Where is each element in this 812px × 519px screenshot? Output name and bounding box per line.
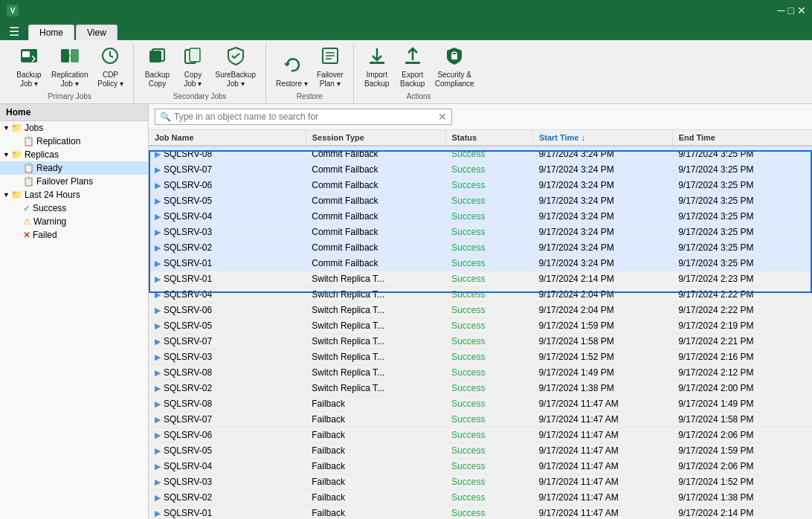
table-row[interactable]: ▶ SQLSRV-02 Failback Success 9/17/2024 1… [149,490,812,506]
tree-label: Last 24 Hours [25,190,80,200]
sidebar-item-last-24-hours[interactable]: ▼📁Last 24 Hours [0,188,148,202]
table-row[interactable]: ▶ SQLSRV-05 Failback Success 9/17/2024 1… [149,443,812,459]
cell-job-name: ▶ SQLSRV-01 [149,271,297,286]
row-icon: ▶ [155,274,161,284]
search-icon: 🔍 [160,112,171,122]
col-job-name[interactable]: Job Name [149,130,306,146]
svg-rect-17 [451,54,457,59]
actions-buttons: ImportBackup ExportBackup Security &Comp… [360,43,478,91]
cell-job-name: ▶ SQLSRV-04 [149,459,297,474]
table-row[interactable]: ▶ SQLSRV-01 Failback Success 9/17/2024 1… [149,506,812,520]
cell-job-name: ▶ SQLSRV-01 [149,256,297,271]
tree-arrow[interactable]: ▼ [3,124,10,132]
copy-job-button[interactable]: CopyJob ▾ [175,43,210,91]
security-compliance-icon [444,45,465,69]
sidebar-item-replication[interactable]: 📋Replication [0,135,148,148]
cell-status: Success [445,193,532,209]
cell-status: Success [445,459,532,474]
primary-jobs-label: Primary Jobs [48,92,91,100]
search-bar: 🔍 ✕ [149,104,812,130]
cell-end-time: 9/17/2024 2:22 PM [672,287,812,303]
export-backup-button[interactable]: ExportBackup [396,43,430,91]
security-compliance-button[interactable]: Security &Compliance [431,43,478,91]
col-start-time[interactable]: Start Time ↓ [532,130,672,146]
job-name-text: SQLSRV-08 [164,149,212,159]
cell-status: Success [445,178,532,193]
sidebar-item-jobs[interactable]: ▼📁Jobs [0,121,148,135]
table-row[interactable]: ▶ SQLSRV-03 Commit Failback Success 9/17… [149,225,812,240]
sort-arrow: ↓ [581,133,586,142]
ribbon-groups: BackupJob ▾ ReplicationJob ▾ CDPPolicy ▾… [6,43,806,103]
tree-arrow[interactable]: ▼ [3,191,10,199]
sidebar-item-success[interactable]: ✓Success [0,202,148,215]
success-icon: ✓ [23,203,30,213]
job-name-text: SQLSRV-07 [164,164,212,175]
table-row[interactable]: ▶ SQLSRV-04 Switch Replica T... Success … [149,287,812,303]
search-container[interactable]: 🔍 ✕ [155,109,452,125]
cell-session-type: Failback [306,506,445,520]
table-row[interactable]: ▶ SQLSRV-05 Switch Replica T... Success … [149,318,812,334]
tree-label: Failover Plans [36,176,93,187]
sidebar-item-failover-plans[interactable]: 📋Failover Plans [0,175,148,188]
table-row[interactable]: ▶ SQLSRV-08 Failback Success 9/17/2024 1… [149,396,812,412]
col-status[interactable]: Status [445,130,532,146]
import-backup-button[interactable]: ImportBackup [360,43,394,91]
tree-arrow[interactable]: ▼ [3,151,10,158]
tab-view[interactable]: View [76,25,117,40]
table-row[interactable]: ▶ SQLSRV-01 Switch Replica T... Success … [149,271,812,287]
table-row[interactable]: ▶ SQLSRV-06 Failback Success 9/17/2024 1… [149,428,812,443]
surebackup-job-button[interactable]: SureBackupJob ▾ [211,43,259,91]
row-icon: ▶ [155,306,161,315]
cell-start-time: 9/17/2024 2:04 PM [532,287,672,303]
table-row[interactable]: ▶ SQLSRV-01 Commit Failback Success 9/17… [149,256,812,271]
sidebar-item-ready[interactable]: 📋Ready [0,161,148,175]
failover-plan-button[interactable]: FailoverPlan ▾ [313,43,347,91]
table-row[interactable]: ▶ SQLSRV-07 Switch Replica T... Success … [149,334,812,349]
cell-job-name: ▶ SQLSRV-02 [149,240,297,255]
cell-status: Success [445,162,532,178]
table-row[interactable]: ▶ SQLSRV-05 Commit Failback Success 9/17… [149,193,812,209]
restore-icon [281,54,302,78]
table-row[interactable]: ▶ SQLSRV-08 Commit Failback Success 9/17… [149,146,812,162]
backup-job-button[interactable]: BackupJob ▾ [12,43,46,91]
sidebar-item-warning[interactable]: ⚠Warning [0,215,148,228]
table-row[interactable]: ▶ SQLSRV-02 Commit Failback Success 9/17… [149,240,812,256]
table-row[interactable]: ▶ SQLSRV-02 Switch Replica T... Success … [149,381,812,396]
cell-start-time: 9/17/2024 1:49 PM [532,365,672,381]
cell-start-time: 9/17/2024 1:38 PM [532,381,672,396]
cell-job-name: ▶ SQLSRV-06 [149,303,297,317]
cell-session-type: Commit Failback [306,193,445,209]
table-row[interactable]: ▶ SQLSRV-04 Commit Failback Success 9/17… [149,209,812,225]
table-row[interactable]: ▶ SQLSRV-03 Failback Success 9/17/2024 1… [149,474,812,490]
search-input[interactable] [174,112,438,122]
cell-start-time: 9/17/2024 11:47 AM [532,490,672,506]
cdp-policy-button[interactable]: CDPPolicy ▾ [93,43,127,91]
backup-copy-button[interactable]: BackupCopy [140,43,174,91]
table-row[interactable]: ▶ SQLSRV-03 Switch Replica T... Success … [149,349,812,365]
import-backup-label: ImportBackup [364,71,389,88]
col-end-time[interactable]: End Time [672,130,812,146]
job-name-text: SQLSRV-07 [164,336,212,346]
app-icon: V [6,4,19,17]
job-name-text: SQLSRV-02 [164,383,212,393]
replication-job-button[interactable]: ReplicationJob ▾ [48,43,91,91]
restore-buttons: Restore ▾ FailoverPlan ▾ [272,43,347,91]
sidebar-item-replicas[interactable]: ▼📁Replicas [0,148,148,161]
col-session-type[interactable]: Session Type [306,130,445,146]
cell-status: Success [445,396,532,412]
cell-status: Success [445,334,532,349]
cell-end-time: 9/17/2024 2:23 PM [672,271,812,287]
restore-button[interactable]: Restore ▾ [272,52,312,91]
job-name-text: SQLSRV-05 [164,445,212,456]
hamburger-menu[interactable]: ☰ [3,23,25,40]
table-row[interactable]: ▶ SQLSRV-07 Commit Failback Success 9/17… [149,162,812,178]
table-row[interactable]: ▶ SQLSRV-04 Failback Success 9/17/2024 1… [149,459,812,474]
table-row[interactable]: ▶ SQLSRV-07 Failback Success 9/17/2024 1… [149,412,812,428]
table-row[interactable]: ▶ SQLSRV-06 Switch Replica T... Success … [149,303,812,318]
table-header: Job Name Session Type Status Start Time … [149,130,812,146]
table-row[interactable]: ▶ SQLSRV-08 Switch Replica T... Success … [149,365,812,381]
tab-home[interactable]: Home [28,25,74,40]
search-clear-button[interactable]: ✕ [438,111,447,123]
sidebar-item-failed[interactable]: ✕Failed [0,228,148,242]
table-row[interactable]: ▶ SQLSRV-06 Commit Failback Success 9/17… [149,178,812,193]
